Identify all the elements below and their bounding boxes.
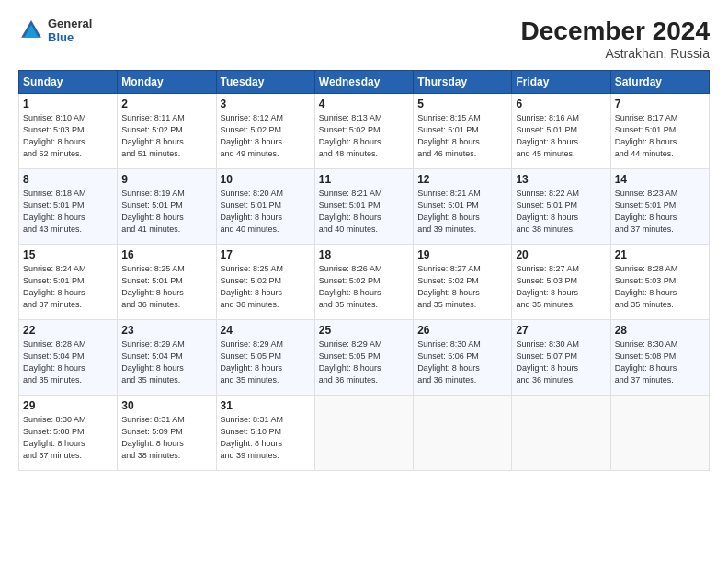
day-number: 19 [417, 248, 507, 261]
calendar-cell [610, 396, 709, 471]
calendar-cell: 23Sunrise: 8:29 AMSunset: 5:04 PMDayligh… [118, 320, 216, 396]
day-info: Sunrise: 8:25 AMSunset: 5:01 PMDaylight:… [121, 263, 211, 311]
day-number: 6 [516, 98, 606, 110]
day-number: 8 [23, 173, 113, 186]
logo-blue: Blue [48, 30, 92, 44]
logo: General Blue [18, 17, 92, 44]
day-info: Sunrise: 8:31 AMSunset: 5:10 PMDaylight:… [221, 414, 311, 462]
day-number: 9 [121, 173, 211, 186]
calendar-cell: 31Sunrise: 8:31 AMSunset: 5:10 PMDayligh… [216, 396, 314, 471]
calendar-cell: 25Sunrise: 8:29 AMSunset: 5:05 PMDayligh… [314, 320, 413, 396]
day-number: 20 [516, 248, 606, 261]
calendar-cell: 4Sunrise: 8:13 AMSunset: 5:02 PMDaylight… [314, 94, 413, 169]
calendar-cell [512, 396, 610, 471]
calendar-cell: 2Sunrise: 8:11 AMSunset: 5:02 PMDaylight… [118, 94, 216, 169]
day-number: 28 [615, 324, 705, 337]
day-info: Sunrise: 8:23 AMSunset: 5:01 PMDaylight:… [615, 188, 705, 236]
calendar-cell: 5Sunrise: 8:15 AMSunset: 5:01 PMDaylight… [414, 94, 512, 169]
title-block: December 2024 Astrakhan, Russia [521, 17, 710, 61]
day-number: 11 [319, 173, 409, 186]
calendar-cell: 21Sunrise: 8:28 AMSunset: 5:03 PMDayligh… [610, 245, 709, 320]
day-number: 27 [516, 324, 606, 337]
col-wednesday: Wednesday [314, 71, 413, 94]
day-info: Sunrise: 8:10 AMSunset: 5:03 PMDaylight:… [23, 112, 113, 160]
day-info: Sunrise: 8:31 AMSunset: 5:09 PMDaylight:… [121, 414, 211, 462]
col-friday: Friday [512, 71, 610, 94]
calendar-cell: 30Sunrise: 8:31 AMSunset: 5:09 PMDayligh… [118, 396, 216, 471]
day-number: 14 [615, 173, 705, 186]
day-number: 12 [417, 173, 507, 186]
day-info: Sunrise: 8:30 AMSunset: 5:08 PMDaylight:… [615, 339, 705, 386]
day-number: 7 [615, 98, 705, 110]
day-number: 16 [121, 248, 211, 261]
logo-icon [18, 17, 44, 43]
day-info: Sunrise: 8:18 AMSunset: 5:01 PMDaylight:… [23, 188, 113, 236]
calendar-cell: 20Sunrise: 8:27 AMSunset: 5:03 PMDayligh… [512, 245, 610, 320]
col-saturday: Saturday [610, 71, 709, 94]
calendar-cell: 11Sunrise: 8:21 AMSunset: 5:01 PMDayligh… [314, 169, 413, 245]
day-info: Sunrise: 8:25 AMSunset: 5:02 PMDaylight:… [221, 263, 311, 311]
day-number: 29 [23, 399, 113, 412]
calendar-week-2: 8Sunrise: 8:18 AMSunset: 5:01 PMDaylight… [19, 169, 710, 245]
day-info: Sunrise: 8:16 AMSunset: 5:01 PMDaylight:… [516, 112, 606, 160]
day-number: 10 [221, 173, 311, 186]
calendar-cell: 10Sunrise: 8:20 AMSunset: 5:01 PMDayligh… [216, 169, 314, 245]
day-info: Sunrise: 8:22 AMSunset: 5:01 PMDaylight:… [516, 188, 606, 236]
calendar-cell: 16Sunrise: 8:25 AMSunset: 5:01 PMDayligh… [118, 245, 216, 320]
day-info: Sunrise: 8:12 AMSunset: 5:02 PMDaylight:… [221, 112, 311, 160]
calendar-cell: 26Sunrise: 8:30 AMSunset: 5:06 PMDayligh… [414, 320, 512, 396]
day-info: Sunrise: 8:11 AMSunset: 5:02 PMDaylight:… [121, 112, 211, 160]
day-info: Sunrise: 8:29 AMSunset: 5:05 PMDaylight:… [221, 339, 311, 386]
day-number: 1 [23, 98, 113, 110]
calendar-cell: 22Sunrise: 8:28 AMSunset: 5:04 PMDayligh… [19, 320, 118, 396]
day-number: 26 [417, 324, 507, 337]
day-number: 21 [615, 248, 705, 261]
location: Astrakhan, Russia [521, 46, 710, 61]
day-info: Sunrise: 8:26 AMSunset: 5:02 PMDaylight:… [319, 263, 409, 311]
logo-text: General Blue [48, 17, 92, 44]
calendar-cell [314, 396, 413, 471]
calendar-cell: 15Sunrise: 8:24 AMSunset: 5:01 PMDayligh… [19, 245, 118, 320]
day-info: Sunrise: 8:17 AMSunset: 5:01 PMDaylight:… [615, 112, 705, 160]
calendar-cell: 7Sunrise: 8:17 AMSunset: 5:01 PMDaylight… [610, 94, 709, 169]
day-info: Sunrise: 8:30 AMSunset: 5:06 PMDaylight:… [417, 339, 507, 386]
col-thursday: Thursday [414, 71, 512, 94]
calendar-cell: 8Sunrise: 8:18 AMSunset: 5:01 PMDaylight… [19, 169, 118, 245]
col-sunday: Sunday [19, 71, 118, 94]
day-info: Sunrise: 8:20 AMSunset: 5:01 PMDaylight:… [221, 188, 311, 236]
col-tuesday: Tuesday [216, 71, 314, 94]
day-number: 2 [121, 98, 211, 110]
calendar-cell: 1Sunrise: 8:10 AMSunset: 5:03 PMDaylight… [19, 94, 118, 169]
calendar-cell: 28Sunrise: 8:30 AMSunset: 5:08 PMDayligh… [610, 320, 709, 396]
calendar-week-4: 22Sunrise: 8:28 AMSunset: 5:04 PMDayligh… [19, 320, 710, 396]
day-number: 17 [221, 248, 311, 261]
calendar-cell: 29Sunrise: 8:30 AMSunset: 5:08 PMDayligh… [19, 396, 118, 471]
calendar-cell: 17Sunrise: 8:25 AMSunset: 5:02 PMDayligh… [216, 245, 314, 320]
logo-general: General [48, 17, 92, 30]
calendar-cell [414, 396, 512, 471]
day-number: 23 [121, 324, 211, 337]
calendar: Sunday Monday Tuesday Wednesday Thursday… [18, 70, 710, 471]
day-info: Sunrise: 8:13 AMSunset: 5:02 PMDaylight:… [319, 112, 409, 160]
calendar-cell: 13Sunrise: 8:22 AMSunset: 5:01 PMDayligh… [512, 169, 610, 245]
day-number: 15 [23, 248, 113, 261]
calendar-week-3: 15Sunrise: 8:24 AMSunset: 5:01 PMDayligh… [19, 245, 710, 320]
calendar-cell: 24Sunrise: 8:29 AMSunset: 5:05 PMDayligh… [216, 320, 314, 396]
day-info: Sunrise: 8:30 AMSunset: 5:08 PMDaylight:… [23, 414, 113, 462]
day-info: Sunrise: 8:24 AMSunset: 5:01 PMDaylight:… [23, 263, 113, 311]
day-number: 24 [221, 324, 311, 337]
calendar-cell: 19Sunrise: 8:27 AMSunset: 5:02 PMDayligh… [414, 245, 512, 320]
calendar-cell: 9Sunrise: 8:19 AMSunset: 5:01 PMDaylight… [118, 169, 216, 245]
day-info: Sunrise: 8:27 AMSunset: 5:03 PMDaylight:… [516, 263, 606, 311]
day-number: 31 [221, 399, 311, 412]
day-number: 25 [319, 324, 409, 337]
day-info: Sunrise: 8:27 AMSunset: 5:02 PMDaylight:… [417, 263, 507, 311]
day-number: 13 [516, 173, 606, 186]
day-number: 5 [417, 98, 507, 110]
col-monday: Monday [118, 71, 216, 94]
calendar-header: Sunday Monday Tuesday Wednesday Thursday… [19, 71, 710, 94]
day-number: 22 [23, 324, 113, 337]
day-info: Sunrise: 8:19 AMSunset: 5:01 PMDaylight:… [121, 188, 211, 236]
day-number: 3 [221, 98, 311, 110]
day-info: Sunrise: 8:29 AMSunset: 5:05 PMDaylight:… [319, 339, 409, 386]
